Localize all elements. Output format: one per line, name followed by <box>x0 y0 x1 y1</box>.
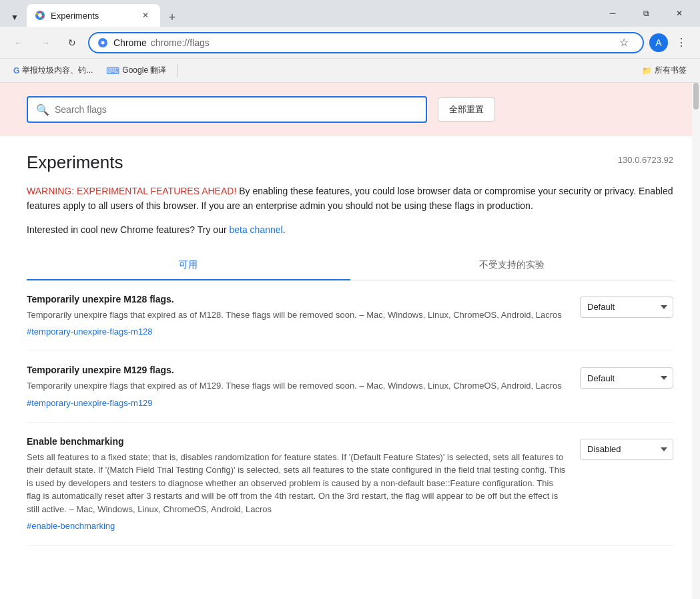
tab-title: Experiments <box>51 11 133 21</box>
flag-select-1[interactable]: Default Enabled Disabled <box>580 367 673 389</box>
scrollbar-track <box>692 83 700 599</box>
bookmark-label-2: Google 翻译 <box>122 65 166 76</box>
version-text: 130.0.6723.92 <box>618 155 673 165</box>
address-bar[interactable]: Chrome chrome://flags ☆ <box>88 32 644 53</box>
flag-desc-1: Temporarily unexpire flags that expired … <box>27 379 567 393</box>
flag-control-2: Default Enabled Disabled <box>580 436 673 460</box>
flag-link-1[interactable]: #temporary-unexpire-flags-m129 <box>27 398 153 408</box>
tab-unsupported[interactable]: 不受支持的实验 <box>350 251 674 280</box>
search-input[interactable] <box>55 104 418 115</box>
address-site-name: Chrome <box>113 37 147 48</box>
reload-icon: ↻ <box>68 37 76 48</box>
restore-button[interactable]: ⧉ <box>631 3 661 24</box>
warning-box: WARNING: EXPERIMENTAL FEATURES AHEAD! By… <box>27 184 673 214</box>
all-bookmarks[interactable]: 📁 所有书签 <box>637 62 692 79</box>
forward-icon: → <box>41 37 50 48</box>
tab-available-label: 可用 <box>179 259 198 270</box>
tab-bar: ▼ Experiments ✕ + <box>5 0 597 27</box>
svg-point-3 <box>101 41 105 44</box>
search-area: 🔍 全部重置 <box>0 83 700 136</box>
menu-button[interactable]: ⋮ <box>671 32 692 53</box>
back-button[interactable]: ← <box>8 32 29 53</box>
flag-name-0: Temporarily unexpire M128 flags. <box>27 294 567 305</box>
flag-item-0: Temporarily unexpire M128 flags. Tempora… <box>27 280 673 352</box>
warning-prefix: WARNING: EXPERIMENTAL FEATURES AHEAD! <box>27 186 236 196</box>
active-tab: Experiments ✕ <box>27 4 160 27</box>
restore-icon: ⧉ <box>643 9 649 18</box>
tab-available[interactable]: 可用 <box>27 251 350 280</box>
plus-icon: + <box>169 11 176 25</box>
flag-desc-2: Sets all features to a fixed state; that… <box>27 451 567 516</box>
page-title-row: Experiments 130.0.6723.92 <box>27 152 673 173</box>
chrome-favicon-icon <box>35 10 45 21</box>
page-title: Experiments <box>27 152 123 173</box>
folder-icon: 📁 <box>642 66 652 75</box>
tab-unsupported-label: 不受支持的实验 <box>479 259 545 270</box>
all-bookmarks-label: 所有书签 <box>655 65 687 76</box>
tab-history-button[interactable]: ▼ <box>5 8 24 27</box>
bookmark-label-1: 举报垃圾内容、钓... <box>22 65 93 76</box>
page-wrapper: 🔍 全部重置 Experiments 130.0.6723.92 WARNING… <box>0 83 700 599</box>
flag-info-2: Enable benchmarking Sets all features to… <box>27 436 567 532</box>
flag-info-0: Temporarily unexpire M128 flags. Tempora… <box>27 294 567 338</box>
scrollbar-thumb[interactable] <box>693 83 699 110</box>
tabs-row: 可用 不受支持的实验 <box>27 251 673 280</box>
google-icon: G <box>13 66 19 75</box>
bookmark-item-2[interactable]: ⌨ Google 翻译 <box>101 62 171 79</box>
flag-link-2[interactable]: #enable-benchmarking <box>27 521 115 531</box>
back-icon: ← <box>14 37 23 48</box>
profile-button[interactable]: A <box>649 33 668 52</box>
bookmark-button[interactable]: ☆ <box>613 32 635 53</box>
minimize-icon: ─ <box>610 9 616 18</box>
forward-button[interactable]: → <box>35 32 56 53</box>
bookmarks-divider <box>177 64 178 77</box>
address-text: Chrome chrome://flags <box>113 37 210 48</box>
window-controls: ─ ⧉ ✕ <box>597 3 695 24</box>
flag-control-1: Default Enabled Disabled <box>580 365 673 389</box>
star-icon: ☆ <box>619 36 629 49</box>
flag-control-0: Default Enabled Disabled <box>580 294 673 318</box>
toolbar: ← → ↻ Chrome chrome://flags ☆ A ⋮ <box>0 27 700 59</box>
chevron-down-icon: ▼ <box>11 13 19 22</box>
main-content: Experiments 130.0.6723.92 WARNING: EXPER… <box>0 136 700 562</box>
address-actions: ☆ <box>613 32 635 53</box>
flag-desc-0: Temporarily unexpire flags that expired … <box>27 309 567 322</box>
search-icon: 🔍 <box>36 104 49 116</box>
more-icon: ⋮ <box>676 36 687 49</box>
close-icon: ✕ <box>676 9 683 18</box>
flag-name-2: Enable benchmarking <box>27 436 567 447</box>
translate-icon: ⌨ <box>106 65 119 76</box>
beta-channel-link[interactable]: beta channel <box>229 224 282 235</box>
reset-all-button[interactable]: 全部重置 <box>438 97 495 122</box>
address-favicon <box>97 37 108 48</box>
new-tab-button[interactable]: + <box>163 8 182 27</box>
close-button[interactable]: ✕ <box>664 3 695 24</box>
flag-select-2[interactable]: Default Enabled Disabled <box>580 439 673 460</box>
chrome-address-icon <box>97 37 108 48</box>
flag-select-0[interactable]: Default Enabled Disabled <box>580 296 673 318</box>
bookmarks-right: 📁 所有书签 <box>637 62 692 79</box>
flag-link-0[interactable]: #temporary-unexpire-flags-m128 <box>27 327 153 337</box>
reload-button[interactable]: ↻ <box>61 32 83 53</box>
interest-suffix: . <box>283 224 286 235</box>
bookmarks-bar: G 举报垃圾内容、钓... ⌨ Google 翻译 📁 所有书签 <box>0 59 700 83</box>
tab-close-button[interactable]: ✕ <box>139 9 152 22</box>
flag-item-2: Enable benchmarking Sets all features to… <box>27 423 673 546</box>
interest-text: Interested in cool new Chrome features? … <box>27 224 229 235</box>
flag-name-1: Temporarily unexpire M129 flags. <box>27 365 567 375</box>
minimize-button[interactable]: ─ <box>597 3 628 24</box>
flag-info-1: Temporarily unexpire M129 flags. Tempora… <box>27 365 567 409</box>
search-box[interactable]: 🔍 <box>27 96 427 123</box>
interest-line: Interested in cool new Chrome features? … <box>27 224 673 235</box>
bookmark-item-1[interactable]: G 举报垃圾内容、钓... <box>8 62 98 79</box>
flag-item-1: Temporarily unexpire M129 flags. Tempora… <box>27 351 673 423</box>
profile-letter: A <box>655 37 661 48</box>
address-url: chrome://flags <box>151 37 210 48</box>
tab-favicon <box>35 10 45 21</box>
titlebar: ▼ Experiments ✕ + ─ <box>0 0 700 27</box>
toolbar-right: A ⋮ <box>649 32 692 53</box>
